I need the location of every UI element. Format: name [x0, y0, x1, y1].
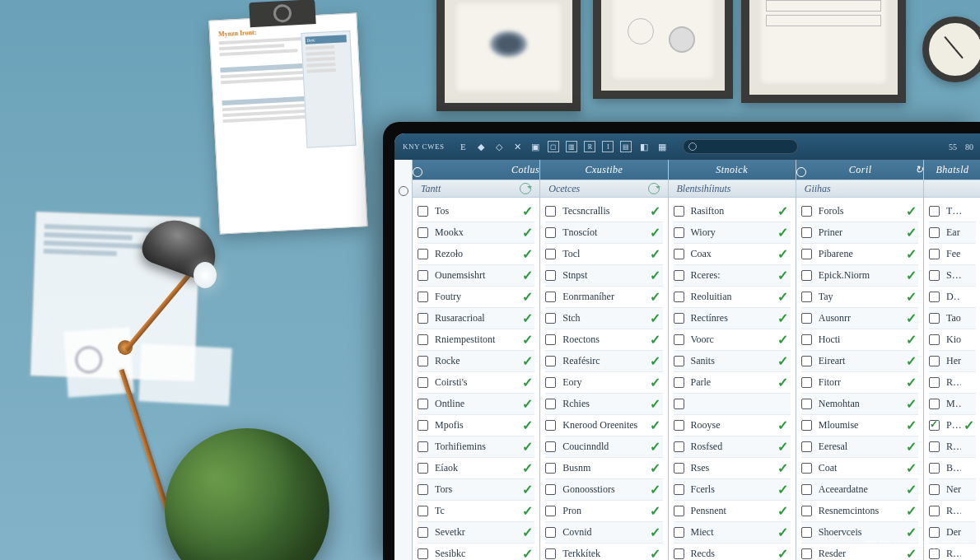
list-item[interactable]: Voorc✓ — [674, 329, 791, 351]
checkbox[interactable] — [801, 227, 812, 238]
toolbar-icon[interactable]: ◧ — [638, 141, 650, 152]
checkbox[interactable] — [418, 420, 428, 431]
checkbox[interactable] — [801, 356, 812, 366]
checkbox[interactable] — [929, 227, 940, 238]
column-header-top[interactable]: Cotlus — [413, 160, 539, 180]
checkbox[interactable] — [801, 292, 812, 302]
checkbox[interactable] — [418, 527, 428, 538]
list-item[interactable]: Wiory✓ — [674, 222, 791, 244]
checkbox[interactable] — [545, 227, 556, 238]
checkbox[interactable] — [418, 270, 428, 281]
checkbox[interactable] — [545, 356, 556, 366]
list-item[interactable]: Tay✓ — [801, 287, 918, 308]
list-item[interactable]: Ear — [929, 222, 976, 244]
checkbox[interactable] — [545, 249, 556, 259]
checkbox[interactable] — [929, 292, 940, 302]
list-item[interactable]: Priner✓ — [801, 222, 918, 244]
column-header-sub[interactable]: Blentsihíinuts — [669, 180, 796, 198]
checkbox[interactable] — [674, 313, 684, 324]
list-item[interactable]: Rosfsed✓ — [674, 436, 791, 458]
list-item[interactable]: Mic — [929, 394, 976, 415]
checkbox[interactable] — [545, 292, 556, 302]
list-item[interactable]: Bire — [929, 458, 976, 479]
checkbox[interactable] — [801, 206, 812, 217]
checkbox[interactable] — [801, 484, 812, 495]
list-item[interactable]: Pensnent✓ — [674, 501, 791, 522]
checkbox[interactable] — [545, 506, 556, 516]
list-item[interactable]: Puo✓ — [929, 415, 976, 436]
checkbox[interactable] — [674, 377, 684, 388]
checkbox[interactable] — [418, 206, 428, 217]
refresh-icon[interactable] — [648, 183, 660, 194]
list-item[interactable]: Knerood Oreenites✓ — [545, 415, 662, 436]
toolbar-icon[interactable]: ▥ — [566, 141, 577, 152]
checkbox[interactable] — [674, 463, 684, 474]
checkbox[interactable] — [674, 527, 684, 538]
list-item[interactable]: Eory✓ — [545, 372, 662, 394]
list-item[interactable]: Stnpst✓ — [545, 265, 662, 287]
list-item[interactable]: Gonoosstiors✓ — [545, 479, 662, 501]
checkbox[interactable] — [418, 548, 428, 559]
checkbox[interactable] — [418, 313, 428, 324]
list-item[interactable]: Roo — [929, 436, 976, 458]
refresh-icon[interactable] — [520, 183, 531, 194]
list-item[interactable]: Covnid✓ — [545, 522, 662, 544]
list-item[interactable]: Ontline✓ — [418, 394, 534, 415]
list-item[interactable]: Pibarene✓ — [801, 244, 918, 265]
list-item[interactable]: Tao — [929, 308, 976, 329]
checkbox[interactable] — [418, 249, 428, 259]
list-item[interactable]: Eíaok✓ — [418, 458, 534, 479]
list-item[interactable]: Rey — [929, 501, 976, 522]
toolbar-icon[interactable]: I — [602, 141, 614, 152]
column-header-sub[interactable]: Giihas — [796, 180, 923, 198]
list-item[interactable]: Fcerls✓ — [674, 479, 791, 501]
checkbox[interactable] — [801, 334, 812, 345]
list-item[interactable]: Recds✓ — [674, 544, 791, 560]
list-item[interactable]: Ounemsishrt✓ — [418, 265, 534, 287]
list-item[interactable]: Roy — [929, 372, 976, 394]
checkbox[interactable] — [418, 463, 428, 474]
checkbox[interactable] — [929, 249, 940, 259]
list-item[interactable]: Terkkítek✓ — [545, 544, 662, 560]
checkbox[interactable] — [674, 484, 684, 495]
list-item[interactable]: Torhifiemins✓ — [418, 436, 534, 458]
list-item[interactable]: Parle✓ — [674, 372, 791, 394]
list-item[interactable]: Resnemcintons✓ — [801, 501, 918, 522]
checkbox[interactable] — [545, 527, 556, 538]
checkbox[interactable] — [674, 399, 684, 409]
toolbar-icon[interactable]: E — [457, 141, 469, 152]
list-item[interactable]: Ausonrr✓ — [801, 308, 918, 329]
list-item[interactable]: That — [929, 201, 976, 222]
search-input[interactable] — [683, 139, 798, 154]
checkbox[interactable] — [674, 356, 684, 366]
list-item[interactable]: Eeresal✓ — [801, 436, 918, 458]
list-item[interactable]: Rooyse✓ — [674, 415, 791, 436]
list-item[interactable]: Rasifton✓ — [674, 201, 791, 222]
checkbox[interactable] — [545, 313, 556, 324]
list-item[interactable]: Nemohtan✓ — [801, 394, 918, 415]
list-item[interactable]: Roectons✓ — [545, 329, 662, 351]
list-item[interactable]: Rchies✓ — [545, 394, 662, 415]
list-item[interactable]: Pron✓ — [545, 501, 662, 522]
list-item[interactable]: Coirsti's✓ — [418, 372, 534, 394]
toolbar-icon[interactable]: ✕ — [511, 141, 523, 152]
checkbox[interactable] — [418, 292, 428, 302]
list-item[interactable]: Tors✓ — [418, 479, 534, 501]
checkbox[interactable] — [929, 377, 940, 388]
checkbox[interactable] — [545, 270, 556, 281]
list-item[interactable]: Rniempestitont✓ — [418, 329, 534, 351]
list-item[interactable]: Tocl✓ — [545, 244, 662, 265]
checkbox[interactable] — [929, 463, 940, 474]
list-item[interactable]: Tc✓ — [418, 501, 534, 522]
list-item[interactable]: Rezoło✓ — [418, 244, 534, 265]
column-header-sub[interactable] — [924, 180, 980, 198]
list-item[interactable]: Sov — [929, 265, 976, 287]
list-item[interactable]: Reafésirc✓ — [545, 351, 662, 372]
toolbar-icon[interactable]: ◆ — [475, 141, 487, 152]
checkbox[interactable] — [801, 249, 812, 259]
list-item[interactable]: Foutry✓ — [418, 287, 534, 308]
checkbox[interactable] — [801, 399, 812, 409]
list-item[interactable]: Tnoscíot✓ — [545, 222, 662, 244]
list-item[interactable]: Sanits✓ — [674, 351, 791, 372]
list-item[interactable]: Eonrmaníher✓ — [545, 287, 662, 308]
